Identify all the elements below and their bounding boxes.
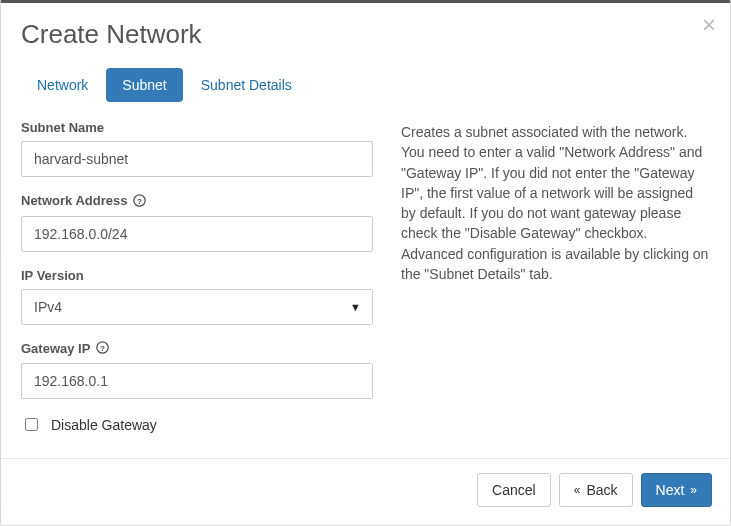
modal-header: Create Network × xyxy=(1,3,730,50)
wizard-tabs: Network Subnet Subnet Details xyxy=(1,68,730,102)
next-button-label: Next xyxy=(656,482,685,498)
modal-body: Subnet Name Network Address ? IP Version… xyxy=(1,120,730,458)
ip-version-label: IP Version xyxy=(21,268,373,283)
disable-gateway-checkbox[interactable] xyxy=(25,418,38,431)
ip-version-group: IP Version IPv4 ▼ xyxy=(21,268,373,325)
svg-text:?: ? xyxy=(137,196,142,205)
cancel-button[interactable]: Cancel xyxy=(477,473,551,507)
tab-network[interactable]: Network xyxy=(21,68,104,102)
gateway-ip-input[interactable] xyxy=(21,363,373,399)
network-address-group: Network Address ? xyxy=(21,193,373,252)
next-button[interactable]: Next » xyxy=(641,473,712,507)
subnet-name-input[interactable] xyxy=(21,141,373,177)
chevron-right-icon: » xyxy=(690,483,697,497)
create-network-modal: Create Network × Network Subnet Subnet D… xyxy=(0,0,731,526)
network-address-label-text: Network Address xyxy=(21,193,127,208)
back-button-label: Back xyxy=(586,482,617,498)
ip-version-select[interactable]: IPv4 xyxy=(21,289,373,325)
help-icon[interactable]: ? xyxy=(96,341,109,357)
subnet-name-group: Subnet Name xyxy=(21,120,373,177)
svg-text:?: ? xyxy=(100,344,105,353)
gateway-ip-label: Gateway IP ? xyxy=(21,341,373,358)
form-column: Subnet Name Network Address ? IP Version… xyxy=(21,120,373,458)
modal-title: Create Network xyxy=(21,19,710,50)
help-icon[interactable]: ? xyxy=(133,194,146,210)
network-address-label: Network Address ? xyxy=(21,193,373,210)
tab-subnet-details[interactable]: Subnet Details xyxy=(185,68,308,102)
help-text: Creates a subnet associated with the net… xyxy=(401,120,710,458)
gateway-ip-group: Gateway IP ? xyxy=(21,341,373,400)
network-address-input[interactable] xyxy=(21,216,373,252)
back-button[interactable]: « Back xyxy=(559,473,633,507)
tab-subnet[interactable]: Subnet xyxy=(106,68,182,102)
subnet-name-label: Subnet Name xyxy=(21,120,373,135)
disable-gateway-row: Disable Gateway xyxy=(21,415,373,434)
close-icon: × xyxy=(702,11,716,38)
disable-gateway-label[interactable]: Disable Gateway xyxy=(51,417,157,433)
modal-footer: Cancel « Back Next » xyxy=(1,458,730,521)
chevron-left-icon: « xyxy=(574,483,581,497)
close-button[interactable]: × xyxy=(702,13,716,37)
gateway-ip-label-text: Gateway IP xyxy=(21,341,90,356)
